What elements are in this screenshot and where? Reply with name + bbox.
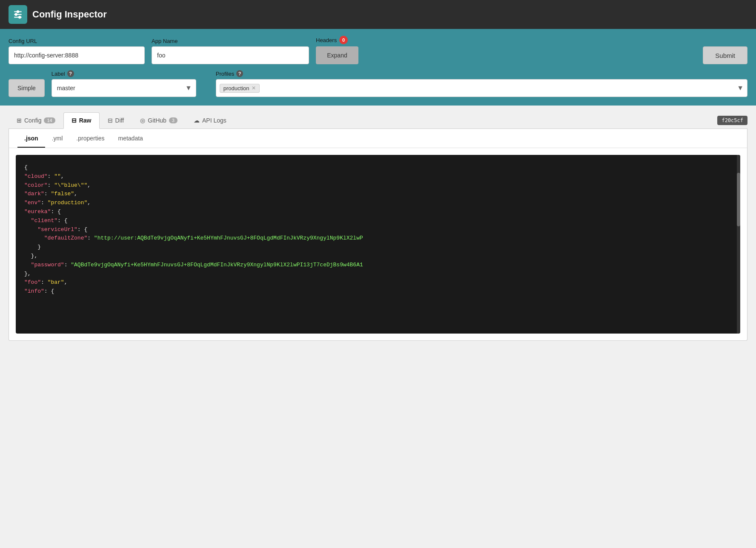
profile-tag: production ✕ bbox=[220, 84, 260, 93]
code-line: "foo": "bar", bbox=[24, 278, 732, 287]
profiles-dropdown-arrow-icon[interactable]: ▼ bbox=[737, 84, 744, 92]
code-scrollbar-thumb bbox=[737, 173, 740, 226]
tab-raw-label: Raw bbox=[79, 117, 92, 124]
label-select[interactable]: master develop main bbox=[52, 79, 196, 97]
code-line: } bbox=[24, 243, 732, 252]
form-row-2: Simple Label ? master develop main ▼ Pro… bbox=[9, 70, 747, 97]
tab-github-label: GitHub bbox=[148, 117, 166, 124]
sub-tabs: .json .yml .properties metadata bbox=[9, 129, 747, 148]
headers-label: Headers 0 bbox=[316, 36, 358, 44]
code-line: { bbox=[24, 163, 732, 172]
github-tab-icon: ◎ bbox=[140, 117, 145, 124]
app-logo bbox=[9, 5, 27, 24]
label-label: Label ? bbox=[52, 70, 209, 77]
submit-wrapper: Submit bbox=[703, 46, 747, 64]
label-select-wrapper: master develop main ▼ bbox=[52, 79, 196, 97]
code-line: "info": { bbox=[24, 287, 732, 296]
headers-badge: 0 bbox=[339, 36, 348, 44]
tabs-row: ⊞ Config 14 ⊟ Raw ⊟ Diff ◎ GitHub 3 ☁ AP… bbox=[9, 112, 747, 129]
sub-tab-metadata[interactable]: metadata bbox=[112, 129, 150, 148]
config-url-input[interactable] bbox=[9, 46, 145, 64]
code-line: "client": { bbox=[24, 217, 732, 225]
svg-point-2 bbox=[17, 11, 19, 12]
code-line: }, bbox=[24, 270, 732, 279]
code-line: "env": "production", bbox=[24, 199, 732, 208]
code-line: }, bbox=[24, 252, 732, 261]
code-line: "cloud": "", bbox=[24, 172, 732, 181]
label-help-icon[interactable]: ? bbox=[67, 70, 74, 77]
tab-raw[interactable]: ⊟ Raw bbox=[63, 112, 100, 129]
profiles-group: Profiles ? production ✕ ▼ bbox=[216, 70, 747, 97]
tab-config-label: Config bbox=[24, 117, 41, 124]
tab-config-badge: 14 bbox=[44, 117, 55, 123]
profiles-help-icon[interactable]: ? bbox=[236, 70, 243, 77]
tab-api-logs-label: API Logs bbox=[202, 117, 226, 124]
code-line: "color": "\"blue\"", bbox=[24, 181, 732, 190]
config-form-area: Config URL App Name Headers 0 Expand Sub… bbox=[0, 29, 756, 106]
submit-button[interactable]: Submit bbox=[703, 46, 747, 64]
svg-point-5 bbox=[15, 14, 17, 15]
sub-tab-json[interactable]: .json bbox=[17, 129, 45, 148]
code-block: { "cloud": "", "color": "\"blue\"", "dar… bbox=[16, 155, 740, 334]
code-line: "defaultZone": "http://user:AQBdTe9vjgOq… bbox=[24, 234, 732, 243]
tab-diff-label: Diff bbox=[115, 117, 124, 124]
tab-api-logs[interactable]: ☁ API Logs bbox=[186, 112, 235, 129]
headers-group: Headers 0 Expand bbox=[316, 36, 358, 64]
commit-hash: f20c5cf bbox=[717, 116, 747, 125]
expand-button[interactable]: Expand bbox=[316, 46, 358, 64]
app-name-input[interactable] bbox=[152, 46, 309, 64]
sub-tab-properties[interactable]: .properties bbox=[69, 129, 111, 148]
code-line: "dark": "false", bbox=[24, 190, 732, 199]
tab-github-badge: 3 bbox=[169, 117, 178, 123]
sub-tab-yml[interactable]: .yml bbox=[45, 129, 70, 148]
form-row-1: Config URL App Name Headers 0 Expand Sub… bbox=[9, 36, 747, 64]
svg-point-8 bbox=[19, 16, 20, 18]
tab-config[interactable]: ⊞ Config 14 bbox=[9, 112, 63, 129]
profiles-input-wrapper[interactable]: production ✕ ▼ bbox=[216, 79, 747, 97]
raw-panel: .json .yml .properties metadata { "cloud… bbox=[9, 129, 747, 341]
tab-github[interactable]: ◎ GitHub 3 bbox=[132, 112, 186, 129]
profiles-label: Profiles ? bbox=[216, 70, 747, 77]
code-line: "serviceUrl": { bbox=[24, 225, 732, 234]
main-content: ⊞ Config 14 ⊟ Raw ⊟ Diff ◎ GitHub 3 ☁ AP… bbox=[0, 106, 756, 354]
config-url-label: Config URL bbox=[9, 38, 145, 44]
profile-tag-close-icon[interactable]: ✕ bbox=[252, 85, 256, 91]
code-line: "password": "AQBdTe9vjgOqANyfi+Ke5HYmhFJ… bbox=[24, 261, 732, 270]
config-tab-icon: ⊞ bbox=[17, 117, 22, 124]
app-title: Config Inspector bbox=[32, 9, 107, 20]
app-name-label: App Name bbox=[152, 38, 309, 44]
config-url-group: Config URL bbox=[9, 38, 145, 64]
app-header: Config Inspector bbox=[0, 0, 756, 29]
label-group: Label ? master develop main ▼ bbox=[52, 70, 209, 97]
app-name-group: App Name bbox=[152, 38, 309, 64]
tab-diff[interactable]: ⊟ Diff bbox=[100, 112, 132, 129]
raw-tab-icon: ⊟ bbox=[72, 117, 77, 124]
code-line: "eureka": { bbox=[24, 208, 732, 217]
code-scrollbar[interactable] bbox=[737, 155, 740, 334]
simple-button[interactable]: Simple bbox=[9, 79, 45, 97]
api-logs-tab-icon: ☁ bbox=[194, 117, 200, 124]
diff-tab-icon: ⊟ bbox=[108, 117, 113, 124]
